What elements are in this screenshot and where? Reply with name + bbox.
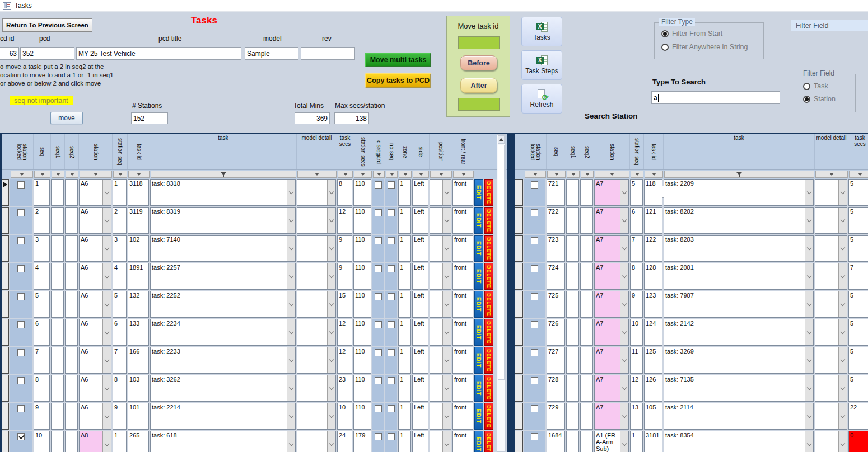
cell-station[interactable]: A7 xyxy=(594,235,629,262)
record-selector[interactable] xyxy=(515,431,523,452)
cell-position[interactable] xyxy=(430,263,451,290)
after-button[interactable]: After xyxy=(460,78,497,93)
cell-station_secs[interactable]: 179 xyxy=(353,431,371,452)
pcd-title-field[interactable]: MY 25 Test Vehicle xyxy=(76,47,241,60)
cell-task_secs[interactable]: 9 xyxy=(337,263,352,290)
cell-position[interactable] xyxy=(430,375,451,402)
return-to-previous-screen-button[interactable]: Return To Previous Screen xyxy=(2,18,92,32)
filter-button-zone[interactable] xyxy=(399,171,412,178)
cell-dropdown-button[interactable] xyxy=(102,347,111,373)
cell-seq1[interactable] xyxy=(566,431,579,452)
cell-seq[interactable]: 5 xyxy=(34,291,50,318)
cell-dropdown-button[interactable] xyxy=(327,208,335,233)
locked-checkbox[interactable] xyxy=(531,405,538,412)
cell-task[interactable]: task: 7135 xyxy=(664,375,814,402)
delete-button[interactable]: DELETE xyxy=(484,375,493,402)
cell-station_secs[interactable]: 110 xyxy=(353,375,371,402)
cell-task_id[interactable]: 265 xyxy=(128,431,149,452)
cell-dropdown-button[interactable] xyxy=(442,375,451,401)
cell-task[interactable]: task: 7140 xyxy=(150,235,296,262)
disregard-checkbox[interactable] xyxy=(375,237,382,244)
cell-seq2[interactable] xyxy=(65,319,78,346)
cell-side[interactable]: Left xyxy=(412,179,428,206)
locked-checkbox[interactable] xyxy=(531,293,538,300)
cell-station_secs[interactable]: 110 xyxy=(353,207,371,234)
filter-button-seq[interactable] xyxy=(34,171,50,178)
cell-station[interactable]: A6 xyxy=(79,235,111,262)
cell-task_id[interactable]: 122 xyxy=(644,235,662,262)
cell-dropdown-button[interactable] xyxy=(620,263,628,289)
scrollbar-thumb[interactable] xyxy=(498,145,505,380)
cell-dropdown-button[interactable] xyxy=(620,375,628,401)
cell-dropdown-button[interactable] xyxy=(442,431,451,452)
cell-task_secs[interactable]: 8 xyxy=(337,179,352,206)
delete-button[interactable]: DELETE xyxy=(484,207,493,234)
radio-icon[interactable] xyxy=(661,44,669,51)
no_seq-checkbox[interactable] xyxy=(388,405,395,412)
cell-station[interactable]: A7 xyxy=(594,375,629,402)
cell-seq1[interactable] xyxy=(51,319,64,346)
cell-task[interactable]: task: 8282 xyxy=(664,207,814,234)
cell-side[interactable]: Left xyxy=(412,263,428,290)
cell-task_secs[interactable]: 7 xyxy=(848,263,868,290)
cell-task_secs[interactable]: 5 xyxy=(848,179,868,206)
cell-task_secs[interactable]: 5 xyxy=(848,375,868,402)
cell-seq[interactable]: 722 xyxy=(547,207,565,234)
cell-dropdown-button[interactable] xyxy=(805,375,813,401)
cell-station[interactable]: A7 xyxy=(594,207,629,234)
cell-seq[interactable]: 727 xyxy=(547,347,565,374)
cell-model_detail[interactable] xyxy=(815,263,847,290)
cell-station_seq[interactable]: 5 xyxy=(113,291,127,318)
cell-station[interactable]: A6 xyxy=(79,291,111,318)
cell-station[interactable]: A6 xyxy=(79,207,111,234)
cell-dropdown-button[interactable] xyxy=(620,208,628,233)
filter-button-side[interactable] xyxy=(413,171,429,178)
filter-field-task-option[interactable]: Task xyxy=(803,82,828,90)
cell-seq2[interactable] xyxy=(580,179,593,206)
cell-task_secs[interactable]: 0 xyxy=(848,431,868,452)
cell-task[interactable]: task: 2257 xyxy=(150,263,296,290)
no_seq-checkbox[interactable] xyxy=(388,209,395,216)
filter-button-disregard[interactable] xyxy=(373,171,385,178)
cell-model_detail[interactable] xyxy=(815,403,847,430)
cell-front_rear[interactable]: front xyxy=(452,179,473,206)
cell-seq2[interactable] xyxy=(65,207,78,234)
cell-side[interactable]: Left xyxy=(412,319,428,346)
cell-station[interactable]: A6 xyxy=(79,263,111,290)
locked-checkbox[interactable] xyxy=(17,181,25,189)
cell-front_rear[interactable]: front xyxy=(452,235,473,262)
cell-dropdown-button[interactable] xyxy=(327,236,335,261)
record-selector[interactable] xyxy=(515,207,523,234)
cell-seq2[interactable] xyxy=(65,431,78,452)
cell-task_id[interactable]: 3118 xyxy=(128,179,149,206)
pcd-id-field[interactable]: 63 xyxy=(0,47,19,60)
cell-model_detail[interactable] xyxy=(297,179,336,206)
cell-zone[interactable]: 1 xyxy=(398,375,411,402)
cell-task_secs[interactable]: 5 xyxy=(848,291,868,318)
locked-checkbox[interactable] xyxy=(531,349,538,356)
cell-task_id[interactable]: 132 xyxy=(128,291,149,318)
cell-task_secs[interactable]: 5 xyxy=(848,319,868,346)
cell-task[interactable]: task: 8283 xyxy=(664,235,814,262)
disregard-checkbox[interactable] xyxy=(375,209,382,216)
cell-dropdown-button[interactable] xyxy=(102,263,111,289)
cell-task_secs[interactable]: 15 xyxy=(337,291,352,318)
cell-seq[interactable]: 4 xyxy=(34,263,50,290)
cell-station_seq[interactable]: 7 xyxy=(113,347,127,374)
cell-dropdown-button[interactable] xyxy=(620,431,628,452)
locked-checkbox[interactable] xyxy=(531,321,538,328)
cell-dropdown-button[interactable] xyxy=(805,291,813,317)
record-selector[interactable] xyxy=(515,403,523,430)
cell-task[interactable]: task: 2214 xyxy=(150,403,296,430)
model-field[interactable]: Sample xyxy=(245,47,298,60)
cell-seq[interactable]: 1684 xyxy=(547,431,565,452)
cell-station[interactable]: A7 xyxy=(594,291,629,318)
move-task-id-bottom-field[interactable] xyxy=(458,98,500,111)
cell-seq2[interactable] xyxy=(580,291,593,318)
cell-seq1[interactable] xyxy=(51,179,64,206)
cell-dropdown-button[interactable] xyxy=(327,347,335,373)
cell-seq2[interactable] xyxy=(65,403,78,430)
cell-seq2[interactable] xyxy=(65,235,78,262)
cell-station_seq[interactable]: 4 xyxy=(113,263,127,290)
filter-button-seq[interactable] xyxy=(547,171,566,178)
